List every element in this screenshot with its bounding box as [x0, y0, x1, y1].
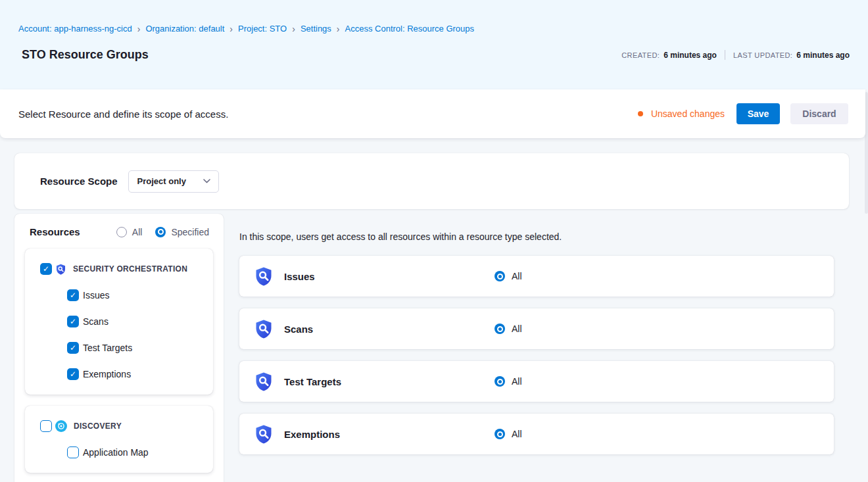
last-updated-label: LAST UPDATED:	[733, 51, 792, 59]
scope-access-label: All	[512, 376, 522, 387]
resource-scope-label: Resource Scope	[40, 176, 118, 187]
resource-group-card: DISCOVERY Application Map	[25, 406, 213, 473]
resources-panel: Resources AllSpecified ✓ SECURITY ORCHES…	[14, 214, 224, 482]
group-checkbox[interactable]: ✓	[40, 263, 52, 275]
breadcrumb-link[interactable]: Organization: default	[145, 24, 224, 34]
scope-access-label: All	[512, 324, 522, 334]
action-toolbar: Select Resource and define its scope of …	[0, 89, 865, 138]
scope-access-label: All	[512, 271, 522, 281]
resources-mode-radio-specified[interactable]: Specified	[155, 227, 209, 237]
resource-type-item: Application Map	[67, 446, 201, 459]
created-label: CREATED:	[621, 51, 660, 59]
meta-divider	[725, 50, 725, 60]
breadcrumb-chevron-icon: ›	[229, 24, 233, 34]
page-header: Account: app-harness-ng-cicd›Organizatio…	[0, 0, 868, 89]
page-title: STO Resource Groups	[18, 48, 149, 62]
breadcrumb-link[interactable]: Project: STO	[238, 24, 287, 34]
resources-mode-radios: AllSpecified	[116, 227, 213, 237]
scope-row: Exemptions All	[239, 414, 834, 454]
chevron-down-icon	[203, 179, 210, 183]
breadcrumb-chevron-icon: ›	[137, 24, 141, 34]
toolbar-description: Select Resource and define its scope of …	[18, 108, 228, 120]
resource-type-item: ✓ Issues	[67, 289, 201, 302]
resource-scope-selected-value: Project only	[137, 176, 186, 186]
discard-button[interactable]: Discard	[790, 103, 848, 124]
security-orchestration-shield-icon	[55, 264, 66, 275]
breadcrumb-chevron-icon: ›	[292, 24, 295, 34]
resource-scope-card: Resource Scope Project only	[14, 153, 849, 209]
resource-type-label: Issues	[83, 290, 109, 301]
resource-group-label: SECURITY ORCHESTRATION	[73, 264, 187, 274]
group-checkbox[interactable]	[40, 420, 52, 432]
scope-row-title: Issues	[284, 271, 315, 282]
scope-row: Test Targets All	[239, 361, 834, 402]
radio-label: All	[132, 227, 143, 237]
scope-row-title: Exemptions	[284, 429, 340, 440]
resource-type-label: Exemptions	[83, 369, 131, 379]
scope-access-radio[interactable]: All	[494, 429, 522, 439]
last-updated-value: 6 minutes ago	[796, 51, 850, 60]
scope-access-radio[interactable]: All	[494, 324, 522, 334]
created-value: 6 minutes ago	[663, 51, 717, 60]
scope-row-title: Test Targets	[284, 376, 341, 387]
scope-access-radio[interactable]: All	[494, 271, 522, 281]
resource-type-checkbox[interactable]: ✓	[67, 342, 79, 354]
resource-scope-select[interactable]: Project only	[128, 170, 219, 193]
resource-type-checkbox[interactable]: ✓	[67, 368, 79, 380]
resource-type-checkbox[interactable]: ✓	[67, 289, 79, 301]
breadcrumb-link[interactable]: Settings	[301, 24, 331, 34]
resource-type-item: ✓ Exemptions	[67, 368, 201, 381]
meta-info: CREATED: 6 minutes ago LAST UPDATED: 6 m…	[621, 50, 850, 60]
unsaved-changes-status: Unsaved changes	[638, 108, 725, 119]
breadcrumb-chevron-icon: ›	[337, 24, 340, 34]
scope-row: Issues All	[239, 256, 834, 297]
breadcrumb: Account: app-harness-ng-cicd›Organizatio…	[18, 24, 850, 34]
breadcrumb-link[interactable]: Account: app-harness-ng-cicd	[18, 24, 132, 34]
resource-group-card: ✓ SECURITY ORCHESTRATION ✓ Issues ✓ Scan…	[25, 249, 213, 395]
resource-type-checkbox[interactable]: ✓	[67, 316, 79, 327]
radio-label: Specified	[171, 227, 209, 237]
scope-instruction-text: In this scope, users get access to all r…	[239, 231, 849, 242]
security-orchestration-shield-icon	[254, 319, 274, 339]
resource-type-label: Test Targets	[83, 343, 132, 353]
scope-access-radio[interactable]: All	[494, 376, 522, 387]
breadcrumb-link[interactable]: Access Control: Resource Groups	[345, 24, 475, 34]
scope-row-title: Scans	[284, 324, 313, 335]
scope-access-label: All	[512, 429, 522, 439]
scope-detail-area: In this scope, users get access to all r…	[239, 214, 849, 466]
resource-type-label: Scans	[83, 316, 108, 327]
scope-row: Scans All	[239, 308, 834, 349]
resource-group-label: DISCOVERY	[74, 422, 122, 431]
unsaved-dot-icon	[638, 111, 643, 116]
resource-type-checkbox[interactable]	[67, 446, 79, 458]
unsaved-changes-label: Unsaved changes	[651, 108, 725, 119]
discovery-icon	[55, 420, 67, 432]
security-orchestration-shield-icon	[254, 266, 274, 286]
security-orchestration-shield-icon	[254, 424, 274, 444]
security-orchestration-shield-icon	[254, 372, 274, 391]
resources-mode-radio-all[interactable]: All	[116, 227, 143, 237]
resource-type-item: ✓ Scans	[67, 315, 201, 328]
save-button[interactable]: Save	[736, 103, 780, 124]
resources-title: Resources	[30, 226, 80, 237]
resource-type-item: ✓ Test Targets	[67, 341, 201, 354]
resource-type-label: Application Map	[83, 447, 149, 458]
page-scrollbar[interactable]	[865, 89, 868, 482]
